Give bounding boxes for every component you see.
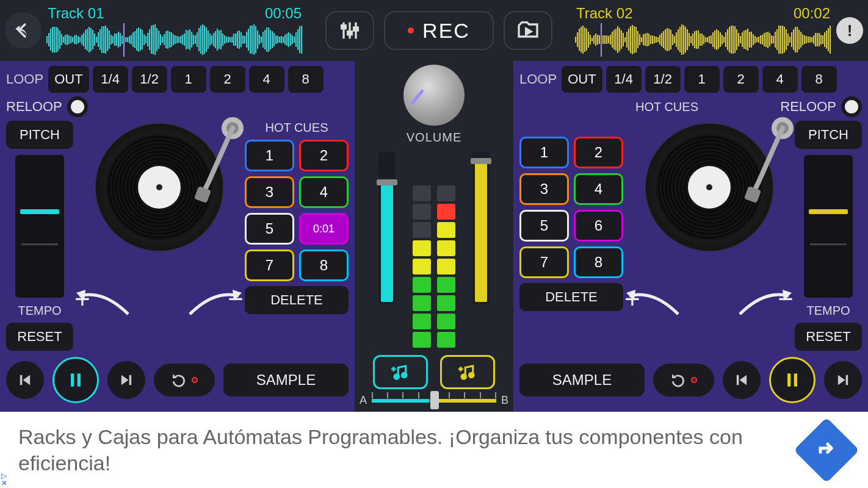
- record-button[interactable]: REC: [384, 11, 494, 50]
- vu-meter-b: [436, 152, 457, 348]
- svg-marker-16: [121, 375, 129, 385]
- deck-b-hotcue-2[interactable]: 2: [574, 137, 623, 168]
- decks-row: LOOP OUT1/41/21248 RELOOP PITCH TEMPO RE…: [0, 61, 868, 412]
- deck-b-loop-1[interactable]: 1: [684, 66, 720, 93]
- deck-a-sample-button[interactable]: SAMPLE: [223, 364, 349, 396]
- deck-a-hotcue-8[interactable]: 8: [299, 249, 349, 281]
- deck-a-loop-8[interactable]: 8: [288, 66, 324, 93]
- deck-b-next-button[interactable]: [824, 361, 862, 399]
- svg-marker-35: [838, 375, 845, 385]
- add-track-b-button[interactable]: [440, 355, 495, 389]
- ad-banner[interactable]: ▷✕ Racks y Cajas para Autómatas Programa…: [0, 412, 868, 488]
- deck-a-pitch-slider[interactable]: [15, 155, 64, 298]
- deck-b-reloop-label: RELOOP: [780, 99, 836, 115]
- back-button[interactable]: [5, 12, 42, 49]
- deck-a-loop-rec-button[interactable]: [154, 364, 215, 396]
- deck-b-hotcue-6[interactable]: 6: [574, 210, 623, 242]
- volume-knob[interactable]: [403, 65, 465, 126]
- deck-a-turntable[interactable]: [95, 123, 223, 251]
- deck-b-loop-row: LOOP OUT1/41/21248: [519, 66, 862, 93]
- svg-point-7: [222, 117, 244, 139]
- svg-point-26: [772, 117, 794, 139]
- minus-icon[interactable]: −: [228, 284, 244, 314]
- deck-a-loop-4[interactable]: 4: [249, 66, 284, 93]
- deck-b-pitch-button[interactable]: PITCH: [795, 121, 862, 149]
- deck-a-hotcue-7[interactable]: 7: [245, 249, 294, 281]
- deck-b-reset-button[interactable]: RESET: [795, 323, 862, 351]
- deck-b-reloop-toggle[interactable]: [841, 96, 862, 117]
- deck-b-hotcues: 12345678 DELETE: [519, 121, 623, 351]
- svg-rect-36: [846, 375, 848, 385]
- deck-a-delete-button[interactable]: DELETE: [245, 286, 349, 314]
- svg-marker-13: [23, 375, 31, 385]
- deck-a-reloop-toggle[interactable]: [67, 96, 88, 117]
- deck-b-loop-8[interactable]: 8: [801, 66, 837, 93]
- deck-a-loop-1-2[interactable]: 1/2: [132, 66, 167, 93]
- deck-b-hotcue-8[interactable]: 8: [574, 246, 623, 278]
- svg-point-27: [776, 122, 789, 134]
- deck-a-loop-2[interactable]: 2: [210, 66, 245, 93]
- deck-b-header: Track 02 00:02: [575, 5, 831, 57]
- minus-icon[interactable]: −: [778, 284, 794, 314]
- deck-b-play-pause-button[interactable]: [769, 357, 816, 403]
- deck-a-waveform[interactable]: [46, 23, 303, 57]
- deck-a-hotcues: HOT CUES 123450:0178 DELETE: [245, 121, 349, 351]
- deck-a-hotcue-3[interactable]: 3: [245, 176, 294, 208]
- deck-a-hotcue-6[interactable]: 0:01: [299, 213, 349, 245]
- deck-a-hotcue-1[interactable]: 1: [245, 140, 294, 171]
- deck-a-hotcue-4[interactable]: 4: [299, 176, 349, 208]
- deck-b-loop-2[interactable]: 2: [723, 66, 759, 93]
- deck-b-delete-button[interactable]: DELETE: [519, 283, 623, 311]
- deck-b-loop-OUT[interactable]: OUT: [562, 66, 602, 93]
- deck-a-prev-button[interactable]: [6, 361, 44, 399]
- plus-icon[interactable]: +: [74, 284, 90, 314]
- deck-b-hotcue-5[interactable]: 5: [519, 210, 569, 242]
- deck-a-play-pause-button[interactable]: [52, 357, 99, 403]
- deck-b-turntable[interactable]: [645, 123, 773, 251]
- channel-b-fader[interactable]: [472, 152, 490, 304]
- svg-rect-5: [354, 27, 358, 30]
- deck-b-sample-button[interactable]: SAMPLE: [519, 364, 645, 396]
- deck-b-hotcue-7[interactable]: 7: [519, 246, 569, 278]
- deck-b-track-name: Track 02: [576, 5, 632, 22]
- deck-b-hotcue-4[interactable]: 4: [574, 173, 623, 205]
- svg-rect-3: [342, 26, 346, 29]
- deck-a-hotcue-5[interactable]: 5: [245, 213, 294, 245]
- svg-rect-12: [20, 375, 23, 385]
- deck-a-reset-button[interactable]: RESET: [6, 323, 73, 351]
- plus-icon[interactable]: +: [624, 284, 640, 314]
- eq-button[interactable]: [325, 11, 374, 50]
- deck-b-reloop-row: HOT CUES RELOOP: [519, 96, 862, 117]
- deck-b-loop-rec-button[interactable]: [653, 364, 714, 396]
- svg-rect-31: [737, 375, 739, 385]
- alert-button[interactable]: !: [836, 17, 863, 44]
- deck-a-loop-1-4[interactable]: 1/4: [93, 66, 128, 93]
- deck-a-transport: SAMPLE: [6, 357, 349, 403]
- deck-a-loop-OUT[interactable]: OUT: [48, 66, 89, 93]
- svg-point-22: [461, 375, 466, 379]
- deck-a-hotcue-2[interactable]: 2: [299, 140, 349, 171]
- add-track-a-button[interactable]: [373, 355, 428, 389]
- deck-b-loop-4[interactable]: 4: [762, 66, 798, 93]
- deck-b-hotcue-3[interactable]: 3: [519, 173, 569, 205]
- deck-b-pitch-slider[interactable]: [804, 155, 853, 298]
- directions-icon: [794, 417, 859, 483]
- crossfader[interactable]: A B: [360, 394, 508, 407]
- deck-b-waveform[interactable]: [575, 23, 831, 57]
- topbar: Track 01 00:05 REC: [0, 0, 868, 61]
- deck-a-track-name: Track 01: [48, 5, 104, 22]
- deck-b-loop-1-2[interactable]: 1/2: [645, 66, 681, 93]
- ad-badge[interactable]: ▷✕: [1, 472, 7, 487]
- deck-b-loop-1-4[interactable]: 1/4: [606, 66, 642, 93]
- deck-a-next-button[interactable]: [107, 361, 145, 399]
- deck-a-loop-1[interactable]: 1: [171, 66, 206, 93]
- svg-point-23: [469, 373, 474, 378]
- library-button[interactable]: [504, 11, 552, 50]
- deck-a-pitch-button[interactable]: PITCH: [6, 121, 73, 149]
- vu-meter-a: [411, 152, 432, 348]
- deck-b-hotcue-1[interactable]: 1: [519, 137, 569, 168]
- mixer: VOLUME: [355, 61, 513, 412]
- deck-b-prev-button[interactable]: [723, 361, 761, 399]
- channel-a-fader[interactable]: [378, 152, 396, 304]
- hotcues-label: HOT CUES: [635, 100, 698, 114]
